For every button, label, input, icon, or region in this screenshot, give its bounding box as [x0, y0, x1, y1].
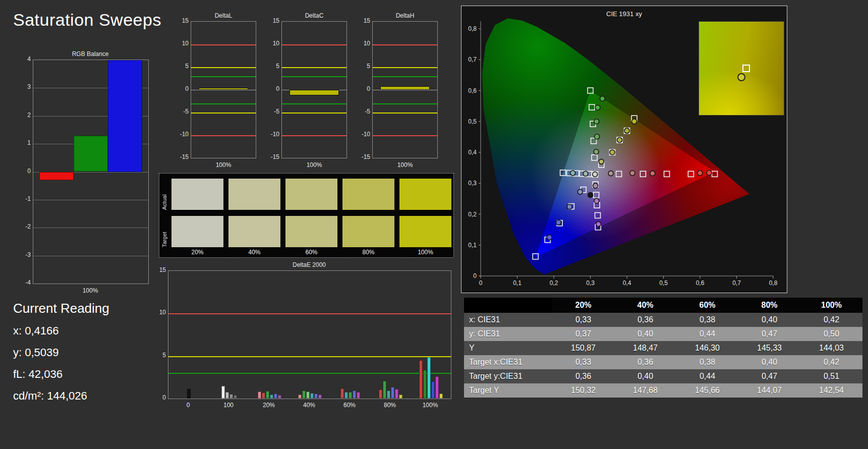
swatch-target — [228, 216, 280, 247]
table-row: Y150,87148,47146,30145,33144,03 — [464, 341, 862, 355]
deltae-bar — [353, 390, 356, 399]
table-row-label: Target Y — [464, 383, 552, 398]
swatch-target — [171, 216, 223, 247]
inset-target-square — [742, 65, 750, 72]
table-cell: 0,40 — [738, 355, 800, 369]
deltae-bar — [387, 390, 390, 399]
measured-circle — [593, 172, 598, 177]
chart-title: DeltaC — [281, 12, 347, 19]
swatch-actual — [171, 179, 223, 210]
current-reading-title: Current Reading — [13, 301, 109, 316]
table-cell: 150,87 — [552, 341, 614, 355]
y-tick-label: -1 — [18, 195, 31, 202]
deltae-bar — [431, 381, 435, 399]
y-tick-label: 15 — [266, 17, 279, 24]
delta-bar — [290, 90, 339, 95]
gridline — [33, 200, 148, 200]
deltae-bar — [439, 394, 443, 399]
table-row-label: Target x:CIE31 — [464, 355, 552, 369]
table-cell: 0,47 — [738, 369, 800, 383]
x-tick-label: 0,7 — [732, 279, 741, 287]
y-tick-label: -10 — [266, 131, 279, 138]
deltae2000-title: DeltaE 2000 — [168, 261, 450, 268]
deltae-bar — [427, 357, 431, 399]
limit-line — [191, 76, 256, 77]
deltae-bar — [399, 395, 402, 399]
x-tick-label: 0,3 — [586, 279, 595, 287]
delta-chart-deltah: DeltaH151050-5-10-15100% — [357, 12, 440, 174]
gridline — [33, 228, 148, 228]
x-tick-label: 0 — [479, 279, 483, 287]
measured-circle — [650, 171, 655, 176]
table-row: Target y:CIE310,360,400,440,470,51 — [464, 369, 862, 383]
y-tick-label: -15 — [176, 153, 189, 160]
saturation-swatch-panel: ActualTarget20%40%60%80%100% — [159, 173, 454, 258]
measured-circle — [600, 96, 605, 101]
measured-circle — [599, 159, 604, 164]
y-tick-label: -4 — [18, 279, 31, 286]
y-tick-label: 0 — [266, 85, 279, 92]
y-tick-label: 15 — [176, 17, 189, 24]
y-tick-label: 0,6 — [468, 87, 477, 94]
limit-line — [373, 103, 437, 104]
y-tick-label: 0,2 — [468, 211, 477, 218]
table-cell: 0,36 — [552, 369, 614, 383]
table-cell: 0,38 — [676, 313, 738, 327]
y-tick-label: 0 — [357, 85, 370, 92]
y-tick-label: 0 — [159, 394, 166, 401]
cie1931-panel: CIE 1931 xy — [461, 6, 787, 293]
plot — [372, 21, 438, 158]
table-cell: 142,54 — [800, 383, 862, 398]
table-row: Target x:CIE310,330,360,380,400,42 — [464, 355, 862, 369]
table-cell: 150,32 — [552, 383, 614, 398]
table-cell: 0,40 — [738, 313, 800, 327]
deltae-bar — [225, 392, 229, 399]
measured-circle — [632, 119, 637, 124]
y-tick-label: 15 — [159, 266, 166, 273]
deltae-bar — [357, 392, 360, 399]
x-axis-label: 100% — [281, 161, 347, 169]
table-row-label: Y — [464, 341, 552, 355]
current-reading-x: x: 0,4166 — [13, 324, 109, 338]
current-reading-cdm2: cd/m²: 144,026 — [13, 389, 109, 403]
deltae-bar — [435, 376, 439, 399]
x-tick-label: 0,2 — [550, 279, 558, 287]
table-cell: 0,44 — [676, 327, 738, 341]
limit-line — [168, 373, 451, 374]
delta-chart-deltal: DeltaL151050-5-10-15100% — [176, 12, 259, 174]
deltae-bar — [298, 395, 302, 399]
delta-bar — [199, 88, 248, 90]
deltae-bar — [419, 360, 423, 399]
measured-circle — [594, 198, 599, 203]
y-tick-label: 5 — [357, 63, 370, 70]
x-tick-label: 80% — [377, 402, 402, 409]
limit-line — [373, 113, 437, 114]
swatch-actual — [399, 179, 451, 210]
table-header-row: 20%40%60%80%100% — [464, 298, 862, 313]
table-cell: 0,38 — [676, 355, 738, 369]
y-tick-label: 5 — [176, 63, 189, 70]
rgb-balance-xlabel: 100% — [33, 287, 148, 294]
measured-circle — [698, 171, 703, 176]
swatch-target — [399, 216, 451, 247]
y-tick-label: 15 — [357, 17, 370, 24]
measured-circle — [595, 134, 600, 139]
deltae-bar — [258, 391, 261, 399]
y-tick-label: 10 — [159, 309, 166, 316]
table-row: Target Y150,32147,68145,66144,07142,54 — [464, 383, 862, 398]
deltae-bar — [266, 391, 269, 399]
table-cell: 0,42 — [800, 355, 862, 369]
measured-circle — [577, 189, 583, 194]
swatch-col-label: 60% — [285, 249, 337, 256]
plot — [281, 21, 347, 158]
swatch-actual — [228, 179, 280, 210]
delta-bar — [380, 86, 430, 90]
table-cell: 144,03 — [800, 341, 862, 355]
deltae-bar — [221, 386, 225, 399]
measured-circle — [588, 193, 593, 198]
y-tick-label: -5 — [176, 108, 189, 115]
limit-line — [191, 113, 256, 114]
measured-circle — [624, 128, 629, 133]
swatch-target — [285, 216, 337, 247]
table-cell: 145,66 — [676, 383, 738, 398]
